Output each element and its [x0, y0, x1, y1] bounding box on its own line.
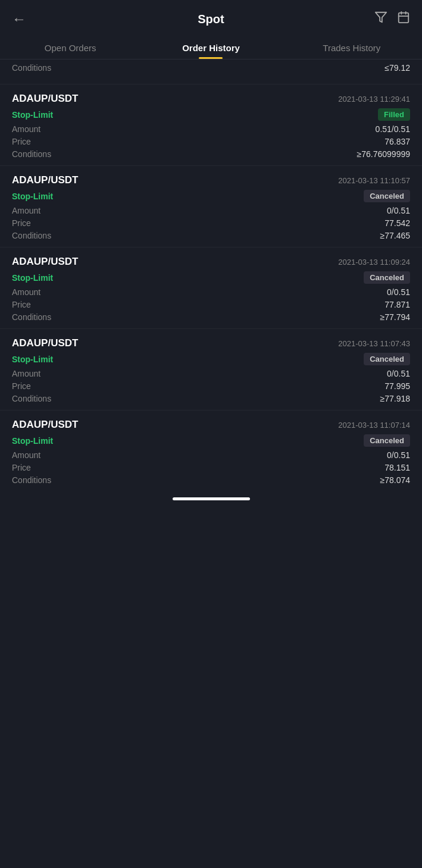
conditions-label: Conditions [12, 63, 51, 73]
amount-value: 0/0.51 [387, 369, 410, 378]
order-header-row: ADAUP/USDT 2021-03-13 11:09:24 [12, 256, 410, 268]
conditions-label: Conditions [12, 231, 51, 240]
price-row: Price 77.995 [12, 381, 410, 391]
price-value: 77.871 [385, 300, 410, 309]
amount-row: Amount 0/0.51 [12, 369, 410, 378]
conditions-value: ≥77.465 [380, 231, 410, 240]
order-type: Stop-Limit [12, 273, 53, 283]
amount-row: Amount 0/0.51 [12, 206, 410, 215]
conditions-value: ≥77.794 [380, 312, 410, 322]
price-row: Price 76.837 [12, 137, 410, 146]
amount-label: Amount [12, 206, 40, 215]
price-label: Price [12, 218, 31, 228]
amount-label: Amount [12, 450, 40, 460]
status-badge: Canceled [364, 271, 410, 284]
order-header-row: ADAUP/USDT 2021-03-13 11:29:41 [12, 93, 410, 105]
conditions-row: Conditions ≥76.76099999 [12, 149, 410, 159]
conditions-value: ≥77.918 [380, 394, 410, 403]
conditions-value: ≥76.76099999 [357, 149, 410, 159]
order-pair: ADAUP/USDT [12, 256, 78, 268]
conditions-value: ≥78.074 [380, 475, 410, 485]
partial-top-card: Conditions ≤79.12 [0, 59, 422, 84]
order-datetime: 2021-03-13 11:09:24 [338, 258, 410, 267]
status-badge: Canceled [364, 434, 410, 447]
order-type: Stop-Limit [12, 436, 53, 446]
price-label: Price [12, 137, 31, 146]
status-badge: Filled [378, 108, 410, 121]
order-datetime: 2021-03-13 11:07:14 [338, 421, 410, 430]
order-pair: ADAUP/USDT [12, 337, 78, 349]
price-value: 77.542 [385, 218, 410, 228]
order-datetime: 2021-03-13 11:07:43 [338, 339, 410, 348]
amount-row: Amount 0/0.51 [12, 450, 410, 460]
amount-label: Amount [12, 369, 40, 378]
price-row: Price 77.542 [12, 218, 410, 228]
order-pair: ADAUP/USDT [12, 419, 78, 431]
conditions-label: Conditions [12, 312, 51, 322]
amount-value: 0/0.51 [387, 287, 410, 297]
conditions-row: Conditions ≤79.12 [12, 63, 410, 73]
page-title: Spot [198, 12, 224, 26]
price-value: 77.995 [385, 381, 410, 391]
tab-trades-history[interactable]: Trades History [282, 36, 422, 59]
price-label: Price [12, 381, 31, 391]
svg-marker-0 [376, 12, 386, 23]
order-datetime: 2021-03-13 11:29:41 [338, 95, 410, 104]
order-header-row: ADAUP/USDT 2021-03-13 11:07:43 [12, 337, 410, 349]
status-badge: Canceled [364, 190, 410, 202]
conditions-value: ≤79.12 [385, 63, 410, 73]
order-card: ADAUP/USDT 2021-03-13 11:29:41 Stop-Limi… [0, 84, 422, 166]
price-value: 78.151 [385, 463, 410, 472]
order-type-row: Stop-Limit Canceled [12, 190, 410, 202]
order-header-row: ADAUP/USDT 2021-03-13 11:07:14 [12, 419, 410, 431]
order-header-row: ADAUP/USDT 2021-03-13 11:10:57 [12, 174, 410, 186]
tab-open-orders[interactable]: Open Orders [0, 36, 140, 59]
order-pair: ADAUP/USDT [12, 93, 78, 105]
header-actions [374, 11, 410, 27]
price-label: Price [12, 463, 31, 472]
conditions-row: Conditions ≥77.918 [12, 394, 410, 403]
tab-order-history[interactable]: Order History [140, 36, 281, 59]
price-value: 76.837 [385, 137, 410, 146]
order-type-row: Stop-Limit Canceled [12, 434, 410, 447]
conditions-label: Conditions [12, 475, 51, 485]
home-indicator [173, 497, 250, 500]
price-row: Price 78.151 [12, 463, 410, 472]
order-card: ADAUP/USDT 2021-03-13 11:09:24 Stop-Limi… [0, 247, 422, 329]
conditions-row: Conditions ≥77.465 [12, 231, 410, 240]
status-badge: Canceled [364, 353, 410, 365]
price-label: Price [12, 300, 31, 309]
amount-label: Amount [12, 124, 40, 134]
order-card: ADAUP/USDT 2021-03-13 11:10:57 Stop-Limi… [0, 166, 422, 247]
price-row: Price 77.871 [12, 300, 410, 309]
order-type-row: Stop-Limit Canceled [12, 271, 410, 284]
amount-value: 0.51/0.51 [376, 124, 410, 134]
amount-label: Amount [12, 287, 40, 297]
order-card: ADAUP/USDT 2021-03-13 11:07:43 Stop-Limi… [0, 329, 422, 411]
order-type-row: Stop-Limit Filled [12, 108, 410, 121]
conditions-label: Conditions [12, 394, 51, 403]
order-type: Stop-Limit [12, 192, 53, 201]
order-pair: ADAUP/USDT [12, 174, 78, 186]
amount-value: 0/0.51 [387, 206, 410, 215]
filter-icon[interactable] [374, 11, 387, 27]
amount-row: Amount 0/0.51 [12, 287, 410, 297]
order-card: ADAUP/USDT 2021-03-13 11:07:14 Stop-Limi… [0, 411, 422, 491]
orders-list: ADAUP/USDT 2021-03-13 11:29:41 Stop-Limi… [0, 84, 422, 491]
amount-value: 0/0.51 [387, 450, 410, 460]
header: ← Spot [0, 0, 422, 36]
amount-row: Amount 0.51/0.51 [12, 124, 410, 134]
order-datetime: 2021-03-13 11:10:57 [338, 176, 410, 185]
order-type: Stop-Limit [12, 110, 53, 120]
back-button[interactable]: ← [12, 11, 26, 27]
tabs-bar: Open Orders Order History Trades History [0, 36, 422, 59]
conditions-row: Conditions ≥78.074 [12, 475, 410, 485]
calendar-icon[interactable] [397, 11, 410, 27]
order-type-row: Stop-Limit Canceled [12, 353, 410, 365]
svg-rect-1 [399, 13, 409, 23]
order-type: Stop-Limit [12, 355, 53, 364]
conditions-row: Conditions ≥77.794 [12, 312, 410, 322]
conditions-label: Conditions [12, 149, 51, 159]
